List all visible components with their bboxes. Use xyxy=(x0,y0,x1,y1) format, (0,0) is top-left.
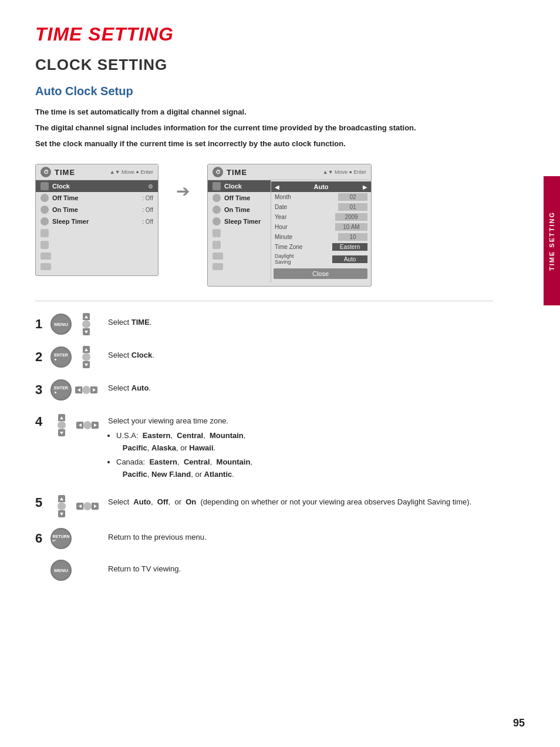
d2-left-r4 xyxy=(208,261,271,272)
d2-timezone-row: Time Zone Eastern xyxy=(271,242,371,252)
step1-dpad xyxy=(75,313,97,335)
intro-line2: The digital channel signal includes info… xyxy=(35,122,493,134)
step5-dpad-up xyxy=(58,495,65,502)
step-1-icons: 1 MENU xyxy=(35,313,100,335)
d2-sleep-icon xyxy=(212,217,221,226)
d2-year-row: Year 2009 xyxy=(271,212,371,222)
steps-section: 1 MENU Select TIME. 2 ENTER● xyxy=(35,313,493,581)
d2-close-btn[interactable]: Close xyxy=(274,268,367,279)
step3-dpad-center xyxy=(82,386,90,394)
section-title: CLOCK SETTING xyxy=(35,56,493,74)
step-4-text: Select your viewing area time zone. U.S.… xyxy=(108,412,252,482)
diagram1-row1 xyxy=(36,227,158,239)
page-number: 95 xyxy=(513,717,525,729)
d2-left-r3 xyxy=(208,251,271,261)
step6-return-button: RETURN↩ xyxy=(50,528,72,549)
step-3: 3 ENTER● Select Auto. xyxy=(35,379,493,401)
d1-icon2 xyxy=(41,241,49,249)
diagram2-left: Clock Off Time On Time Sleep Timer xyxy=(208,180,271,282)
d1-icon4 xyxy=(41,263,51,270)
step-1: 1 MENU Select TIME. xyxy=(35,313,493,335)
sleep-row-icon xyxy=(41,217,49,226)
step4-dpad-left xyxy=(76,422,83,429)
d2-date-row: Date 01 xyxy=(271,202,371,212)
diagram1-row3 xyxy=(36,251,158,261)
diagram2-inner: Clock Off Time On Time Sleep Timer xyxy=(208,180,371,282)
diagram1-row4 xyxy=(36,261,158,272)
diagram1-row-sleep: Sleep Timer : Off xyxy=(36,216,158,227)
step4-dpad-right xyxy=(92,422,99,429)
d2-timezone-value: Eastern xyxy=(332,243,367,251)
step-7-icons: MENU xyxy=(35,560,100,581)
step2-dpad-down xyxy=(83,361,90,368)
step4-dpad-up xyxy=(58,414,65,421)
diagram1-box: ⏱ TIME ▲▼ Move ● Enter Clock ⚙ Off Time … xyxy=(35,164,158,276)
step-2-icons: 2 ENTER● xyxy=(35,346,100,368)
step-1-text: Select TIME. xyxy=(108,313,151,329)
diagram1-header: ⏱ TIME ▲▼ Move ● Enter xyxy=(36,164,158,180)
d2-auto-row: ◀ Auto ▶ xyxy=(271,181,371,192)
step5-dpad2-center xyxy=(83,502,92,510)
ontime-row-icon xyxy=(41,206,49,214)
diagram2-title: TIME xyxy=(227,168,247,177)
d2-ontime-icon xyxy=(212,206,221,214)
step1-dpad-down xyxy=(83,328,90,335)
section-divider xyxy=(35,301,493,301)
step-5: 5 Select Auto, Off, or On (depending on … xyxy=(35,493,493,517)
intro-line1: The time is set automatically from a dig… xyxy=(35,106,493,119)
step1-menu-button: MENU xyxy=(50,314,72,335)
step-4-icons: 4 xyxy=(35,412,100,436)
diagram1-row-offtime: Off Time : Off xyxy=(36,192,158,204)
step-7-text: Return to TV viewing. xyxy=(108,560,181,576)
subsection-title: Auto Clock Setup xyxy=(35,85,493,98)
d2-daylight-value: Auto xyxy=(332,255,367,263)
diagram1-row-clock: Clock ⚙ xyxy=(36,180,158,192)
step4-dpad2 xyxy=(76,414,99,436)
step-2-text: Select Clock. xyxy=(108,346,154,362)
diagram1-title: TIME xyxy=(55,168,75,177)
step3-dpad-left xyxy=(75,386,82,393)
diagram1-clock-icon: ⏱ xyxy=(41,167,51,177)
diagrams-row: ⏱ TIME ▲▼ Move ● Enter Clock ⚙ Off Time … xyxy=(35,164,493,287)
intro-line3: Set the clock manually if the current ti… xyxy=(35,138,493,150)
step5-dpad1 xyxy=(50,495,73,517)
step5-dpad-down xyxy=(58,510,65,517)
step-6-icons: 6 RETURN↩ xyxy=(35,528,100,549)
clock-row-icon xyxy=(41,182,49,190)
diagram2-box: ⏱ TIME ▲▼ Move ● Enter Clock Off Time xyxy=(207,164,372,287)
step-5-icons: 5 xyxy=(35,493,100,517)
diagram1-row-ontime: On Time : Off xyxy=(36,204,158,216)
step5-dpad-right xyxy=(92,503,99,510)
step2-enter-button: ENTER● xyxy=(50,346,72,368)
d2-left-sleep: Sleep Timer xyxy=(208,216,271,227)
d2-daylight-row: DaylightSaving Auto xyxy=(271,252,371,266)
d1-icon1 xyxy=(41,229,49,237)
d2-icon3 xyxy=(212,253,223,260)
step5-dpad1-center xyxy=(58,502,66,510)
d2-left-offtime: Off Time xyxy=(208,192,271,204)
step1-dpad-center xyxy=(82,320,90,328)
d2-offtime-icon xyxy=(212,194,221,202)
page-title: TIME SETTING xyxy=(35,23,493,45)
step-3-text: Select Auto. xyxy=(108,379,151,395)
step-5-text: Select Auto, Off, or On (depending on wh… xyxy=(108,493,471,509)
d2-icon2 xyxy=(212,241,221,249)
diagram1-row2 xyxy=(36,239,158,251)
step1-dpad-up xyxy=(83,313,90,320)
step4-dpad-down xyxy=(58,429,65,436)
step4-dpad2-center xyxy=(83,421,92,429)
step7-menu-button: MENU xyxy=(50,560,72,581)
side-label: TIME SETTING xyxy=(544,176,560,305)
step3-dpad-right xyxy=(90,386,97,393)
d2-icon4 xyxy=(212,263,223,270)
d2-left-r2 xyxy=(208,239,271,251)
step-6-text: Return to the previous menu. xyxy=(108,528,207,544)
d2-icon1 xyxy=(212,229,221,237)
diagram1-nav-hint: ▲▼ Move ● Enter xyxy=(110,169,153,175)
step3-enter-button: ENTER● xyxy=(50,379,72,401)
offtime-row-icon xyxy=(41,194,49,202)
step-3-icons: 3 ENTER● xyxy=(35,379,100,401)
step2-dpad xyxy=(75,346,97,368)
d2-left-clock: Clock xyxy=(208,180,271,192)
step2-dpad-center xyxy=(82,353,90,361)
